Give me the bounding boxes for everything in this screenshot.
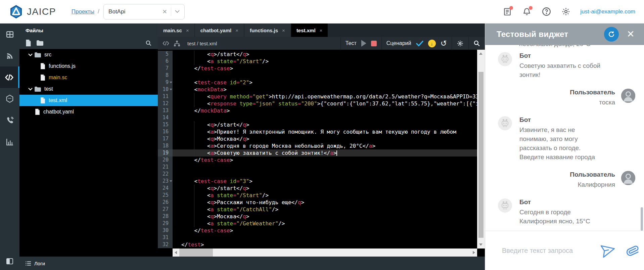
line-number[interactable]: 5	[158, 51, 173, 58]
rail-item-telephony[interactable]	[0, 109, 19, 131]
line-number[interactable]: 17	[158, 135, 173, 142]
new-file-icon[interactable]	[26, 40, 31, 46]
line-number[interactable]: 9	[158, 79, 173, 86]
line-number[interactable]: 14	[158, 114, 173, 121]
undo-icon[interactable]: ↺	[441, 40, 447, 47]
line-number[interactable]: 19	[158, 149, 173, 156]
tab-functions.js[interactable]: functions.js×	[244, 24, 290, 37]
run-test-icon[interactable]	[361, 40, 366, 47]
select-divider	[171, 7, 171, 16]
fold-arrow-icon[interactable]	[170, 89, 172, 90]
deploy-download-icon[interactable]: ↓	[428, 40, 436, 47]
rail-item-bot[interactable]	[0, 88, 19, 109]
line-number[interactable]: 12	[158, 100, 173, 107]
line-number[interactable]: 31	[158, 234, 173, 241]
tree-item-functions.js[interactable]: functions.js	[19, 60, 158, 72]
message-body: БотИзвините, я вас не понимаю, зато могу…	[519, 116, 604, 162]
send-icon[interactable]	[601, 243, 616, 258]
line-content: </test-case>	[173, 65, 485, 72]
scroll-up-icon[interactable]	[479, 52, 482, 55]
scroll-down-icon[interactable]	[479, 243, 482, 246]
validate-check-icon[interactable]	[416, 41, 423, 46]
close-widget-icon[interactable]: ✕	[627, 30, 635, 39]
tab-main.sc[interactable]: main.sc×	[158, 24, 194, 37]
line-number[interactable]: 26	[158, 199, 173, 206]
chat-input[interactable]	[502, 247, 591, 255]
line-number[interactable]: 6	[158, 58, 173, 65]
line-number[interactable]: 21	[158, 164, 173, 171]
account-email[interactable]: just-ai@example.com	[580, 8, 635, 15]
new-folder-icon[interactable]	[37, 40, 43, 46]
line-number[interactable]: 23	[158, 178, 173, 185]
editor-gear-icon[interactable]	[457, 40, 464, 47]
line-number[interactable]: 22	[158, 171, 173, 178]
message-text: Калифорния	[570, 180, 615, 189]
line-number[interactable]: 30	[158, 227, 173, 234]
tree-item-src[interactable]: src	[19, 49, 158, 60]
collapse-panel-icon[interactable]	[0, 255, 19, 268]
vertical-scrollbar[interactable]	[477, 50, 485, 249]
tab-close-icon[interactable]: ×	[186, 28, 189, 33]
tab-close-icon[interactable]: ×	[235, 28, 238, 33]
rail-item-dashboard[interactable]	[0, 24, 19, 45]
structure-icon[interactable]	[174, 41, 180, 46]
tab-close-icon[interactable]: ×	[282, 28, 285, 33]
chat-scroll-thumb[interactable]	[641, 207, 643, 231]
logs-list-icon	[26, 261, 31, 266]
file-icon	[40, 97, 45, 103]
tab-chatbot.yaml[interactable]: chatbot.yaml×	[195, 24, 244, 37]
project-select[interactable]: BotApi ✕	[103, 4, 185, 19]
horizontal-scrollbar[interactable]	[173, 249, 477, 257]
line-number[interactable]: 20	[158, 156, 173, 164]
line-number[interactable]: 11	[158, 93, 173, 100]
code-view-icon[interactable]	[163, 41, 169, 46]
tree-item-chatbot.yaml[interactable]: chatbot.yaml	[19, 106, 158, 118]
tree-item-main.sc[interactable]: main.sc	[19, 72, 158, 83]
line-content: <response type="json" status="200">{"coo…	[173, 100, 485, 107]
code-area[interactable]: 5 <q>/start</q>6 <a state="/Start"/>7 </…	[158, 50, 485, 249]
line-number[interactable]: 24	[158, 185, 173, 192]
folder-expand-icon[interactable]	[28, 88, 33, 91]
scroll-left-icon[interactable]	[175, 251, 177, 254]
fold-arrow-icon[interactable]	[170, 180, 172, 182]
line-number[interactable]: 27	[158, 206, 173, 213]
tab-test.xml[interactable]: test.xml×	[291, 24, 328, 37]
restart-test-button[interactable]	[604, 27, 619, 42]
line-number[interactable]: 7	[158, 65, 173, 72]
line-number[interactable]: 29	[158, 220, 173, 227]
chevron-down-icon[interactable]	[175, 10, 180, 13]
news-icon[interactable]	[502, 7, 512, 17]
rail-item-channels[interactable]	[0, 45, 19, 66]
stop-test-icon[interactable]	[371, 41, 377, 46]
logs-bar[interactable]: Логи	[19, 257, 485, 270]
tree-item-test.xml[interactable]: test.xml	[19, 95, 158, 106]
gear-icon[interactable]	[561, 7, 571, 17]
editor-search-icon[interactable]	[473, 40, 480, 47]
line-number[interactable]: 16	[158, 128, 173, 135]
line-number[interactable]: 18	[158, 142, 173, 149]
line-number[interactable]: 32	[158, 241, 173, 248]
line-number[interactable]: 28	[158, 213, 173, 220]
projects-link[interactable]: Проекты	[72, 8, 94, 15]
line-number[interactable]: 8	[158, 72, 173, 79]
help-icon[interactable]	[541, 7, 551, 17]
folder-expand-icon[interactable]	[28, 53, 33, 56]
h-scroll-thumb[interactable]	[179, 249, 213, 257]
code-line-9: 9 <test-case id="2">	[158, 79, 485, 86]
fold-arrow-icon[interactable]	[170, 82, 172, 83]
clear-project-icon[interactable]: ✕	[162, 9, 167, 15]
file-search-icon[interactable]	[145, 40, 152, 46]
test-widget-header: Тестовый виджет ✕	[485, 24, 644, 45]
rail-item-code-editor[interactable]	[0, 66, 19, 88]
v-scroll-thumb[interactable]	[478, 72, 484, 238]
line-number[interactable]: 15	[158, 121, 173, 128]
scroll-right-icon[interactable]	[473, 251, 475, 254]
bell-icon[interactable]	[522, 7, 532, 17]
line-number[interactable]: 25	[158, 192, 173, 199]
tab-close-icon[interactable]: ×	[320, 28, 323, 33]
attach-icon[interactable]	[626, 243, 640, 258]
tree-item-test[interactable]: test	[19, 83, 158, 95]
rail-item-analytics[interactable]	[0, 131, 19, 152]
line-number[interactable]: 10	[158, 86, 173, 93]
line-number[interactable]: 13	[158, 107, 173, 114]
